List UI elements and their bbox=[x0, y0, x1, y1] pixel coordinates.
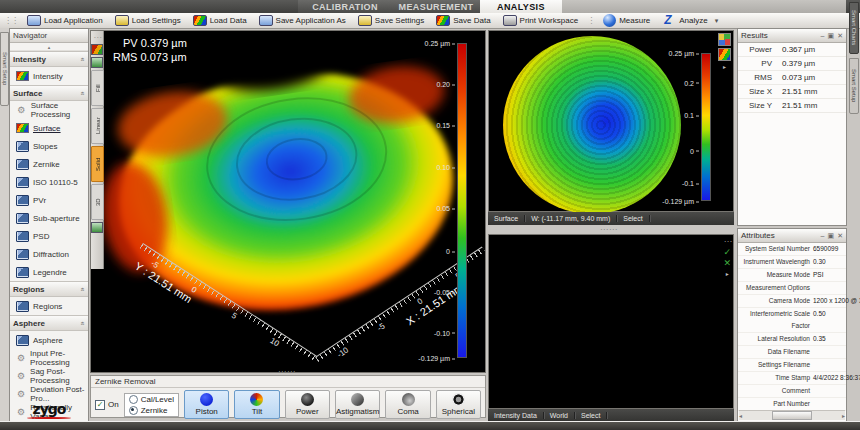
colorbar-tick: 0.05 bbox=[436, 205, 455, 212]
nav-item-diffraction[interactable]: Diffraction bbox=[10, 245, 88, 263]
colorbar-gradient bbox=[701, 53, 711, 201]
view-mode-linear-button[interactable]: Linear bbox=[91, 108, 104, 144]
save-settings-button[interactable]: Save Settings bbox=[353, 13, 429, 28]
expand-tools-icon[interactable] bbox=[726, 270, 729, 277]
power-label: Power bbox=[296, 407, 319, 416]
analyze-button[interactable]: Analyze bbox=[657, 12, 712, 29]
removal-mode-group: Cal/Level Zernike bbox=[124, 393, 179, 417]
radio-cal-level[interactable]: Cal/Level bbox=[129, 395, 174, 404]
spherical-toggle-button[interactable]: Spherical bbox=[436, 390, 481, 419]
result-label: Size X bbox=[738, 87, 772, 96]
view-mode-fill-button[interactable]: Fill bbox=[91, 70, 104, 106]
navigator-scroll-up[interactable] bbox=[10, 43, 88, 51]
toolbar-overflow-button[interactable] bbox=[715, 16, 719, 25]
nav-item-legendre[interactable]: Legendre bbox=[10, 263, 88, 281]
panel-grip[interactable]: ⋯ bbox=[724, 237, 731, 246]
nav-item-pvr[interactable]: PVr bbox=[10, 191, 88, 209]
section-header-surface[interactable]: Surface bbox=[10, 85, 88, 101]
nav-item-iso-10110-5[interactable]: ISO 10110-5 bbox=[10, 173, 88, 191]
attr-row: Measure ModePSI bbox=[738, 269, 846, 282]
camera-tool-icon[interactable] bbox=[91, 222, 103, 233]
expand-tools-icon[interactable] bbox=[723, 63, 726, 70]
minimize-icon[interactable] bbox=[821, 32, 825, 40]
pin-icon[interactable] bbox=[828, 232, 835, 240]
nav-item-label: Slopes bbox=[33, 142, 57, 151]
left-collapsed-panel-tab[interactable]: Smart Setup bbox=[0, 32, 9, 106]
nav-item-slopes[interactable]: Slopes bbox=[10, 137, 88, 155]
surface-3d-plot[interactable]: ⋯ Fill Linear Solid 3D PV 0.379 µm RMS 0… bbox=[90, 30, 486, 373]
coma-toggle-button[interactable]: Coma bbox=[385, 390, 430, 419]
tab-analysis[interactable]: ANALYSIS bbox=[480, 0, 562, 13]
horizontal-splitter[interactable]: ⋯⋯ bbox=[278, 370, 296, 374]
scroll-left-arrow[interactable]: ◂ bbox=[739, 412, 742, 419]
plot-toolbar-grip[interactable]: ⋯ bbox=[94, 33, 101, 42]
scroll-thumb[interactable] bbox=[772, 411, 812, 420]
load-application-button[interactable]: Load Application bbox=[22, 13, 108, 28]
view-mode-3d-button[interactable]: 3D bbox=[91, 184, 104, 220]
piston-toggle-button[interactable]: Piston bbox=[184, 390, 229, 419]
nav-item-intensity[interactable]: Intensity bbox=[10, 67, 88, 85]
measure-button[interactable]: Measure bbox=[598, 12, 655, 29]
grid-tool-icon[interactable] bbox=[91, 57, 103, 68]
colorbar-tick: 0.1 bbox=[684, 112, 699, 119]
intensity-data-view[interactable]: ⋯ bbox=[488, 234, 734, 409]
pin-icon[interactable] bbox=[828, 32, 835, 40]
colormap-tool-icon[interactable] bbox=[91, 44, 103, 55]
zygo-logo: zygo bbox=[10, 401, 88, 419]
load-settings-icon bbox=[115, 15, 129, 26]
nav-item-label: Sag Post-Processing bbox=[30, 367, 88, 385]
save-application-as-button[interactable]: Save Application As bbox=[254, 13, 351, 28]
astigmatism-icon bbox=[351, 393, 364, 406]
load-settings-button[interactable]: Load Settings bbox=[110, 13, 186, 28]
attr-value: 1200 x 1200 @ 30 Hz bbox=[810, 295, 860, 307]
result-value: 0.073 bbox=[772, 73, 804, 82]
section-header-intensity[interactable]: Intensity bbox=[10, 51, 88, 67]
power-toggle-button[interactable]: Power bbox=[285, 390, 330, 419]
mask-grid-icon[interactable] bbox=[718, 33, 731, 46]
nav-item-asphere[interactable]: Asphere bbox=[10, 331, 88, 349]
close-icon[interactable] bbox=[837, 32, 843, 40]
plot-icon bbox=[16, 249, 29, 260]
section-header-regions[interactable]: Regions bbox=[10, 281, 88, 297]
radio-zernike[interactable]: Zernike bbox=[129, 406, 174, 415]
scroll-right-arrow[interactable]: ▸ bbox=[842, 412, 845, 419]
load-data-button[interactable]: Load Data bbox=[188, 13, 252, 28]
tilt-toggle-button[interactable]: Tilt bbox=[234, 390, 279, 419]
nav-item-surface[interactable]: Surface bbox=[10, 119, 88, 137]
right-collapsed-tab-bottom[interactable]: Smart Setup bbox=[849, 58, 859, 114]
section-label: Surface bbox=[13, 89, 42, 98]
right-column-splitter[interactable]: ⋯⋯ bbox=[600, 228, 618, 232]
astigmatism-label: Astigmatism bbox=[336, 407, 380, 416]
section-header-asphere[interactable]: Asphere bbox=[10, 315, 88, 331]
save-data-label: Save Data bbox=[453, 16, 490, 25]
nav-item-sub-aperture[interactable]: Sub-aperture bbox=[10, 209, 88, 227]
astigmatism-toggle-button[interactable]: Astigmatism bbox=[335, 390, 381, 419]
save-settings-label: Save Settings bbox=[375, 16, 424, 25]
surface-2d-map[interactable]: 0.25 µm 0.2 0.1 0 -0.1 -0.129 µm bbox=[488, 30, 734, 212]
view-mode-solid-button[interactable]: Solid bbox=[91, 146, 104, 182]
right-collapsed-tab-top[interactable]: Smart Charts bbox=[849, 2, 859, 54]
tab-measurement[interactable]: MEASUREMENT bbox=[392, 0, 480, 13]
zernike-on-checkbox[interactable]: On bbox=[95, 400, 119, 410]
colormap-settings-icon[interactable] bbox=[718, 48, 731, 61]
attr-label: Lateral Resolution bbox=[738, 333, 810, 345]
status-coord-space: World bbox=[544, 412, 575, 419]
reject-x-icon[interactable] bbox=[723, 259, 731, 268]
nav-item-input-pre-processing[interactable]: Input Pre-Processing bbox=[10, 349, 88, 367]
minimize-icon[interactable] bbox=[821, 232, 825, 240]
close-icon[interactable] bbox=[837, 232, 843, 240]
attr-row: Settings Filename bbox=[738, 359, 846, 372]
accept-check-icon[interactable] bbox=[723, 248, 731, 257]
nav-item-surface-processing[interactable]: Surface Processing bbox=[10, 101, 88, 119]
power-icon bbox=[301, 393, 314, 406]
status-tool-mode: Select bbox=[575, 412, 607, 419]
toolbar-grip[interactable]: ⋮⋮ bbox=[4, 16, 18, 25]
nav-item-regions[interactable]: Regions bbox=[10, 297, 88, 315]
tab-calibration[interactable]: CALIBRATION bbox=[298, 0, 392, 13]
nav-item-sag-post-processing[interactable]: Sag Post-Processing bbox=[10, 367, 88, 385]
print-workspace-button[interactable]: Print Workspace bbox=[498, 13, 584, 28]
attributes-h-scrollbar[interactable]: ◂ ▸ bbox=[739, 410, 845, 420]
nav-item-zernike[interactable]: Zernike bbox=[10, 155, 88, 173]
save-data-button[interactable]: Save Data bbox=[431, 13, 495, 28]
nav-item-psd[interactable]: PSD bbox=[10, 227, 88, 245]
